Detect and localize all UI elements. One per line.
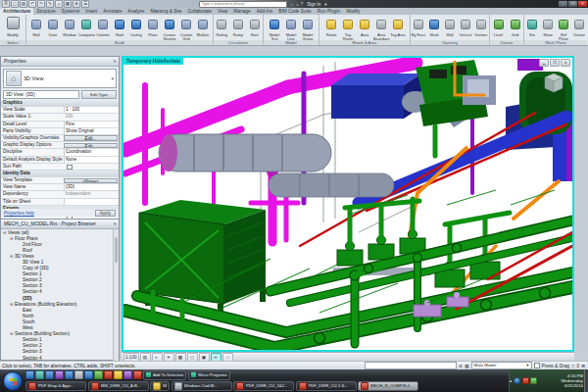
heat-exchanger[interactable] xyxy=(159,134,394,197)
ribbon-button[interactable]: Grid xyxy=(507,16,523,41)
property-value[interactable]: Fine xyxy=(64,122,119,127)
project-browser-close-icon[interactable]: ✕ xyxy=(113,220,117,228)
quick-launch-icon[interactable] xyxy=(104,370,113,379)
quick-launch-icon[interactable] xyxy=(25,370,34,379)
ribbon-button[interactable]: Curtain Grid xyxy=(178,16,195,41)
qat-icon[interactable]: ✎ xyxy=(46,0,54,8)
type-selector[interactable]: ⌂ 3D View ▾ xyxy=(3,69,117,88)
ribbon-tab[interactable]: Annotate xyxy=(100,8,124,15)
ribbon-button[interactable]: Area Boundary xyxy=(373,16,390,41)
property-row[interactable]: Sun Path xyxy=(1,164,119,171)
ribbon-button[interactable]: Modify xyxy=(1,16,24,41)
property-value[interactable]: Show Original xyxy=(64,128,119,134)
qat-icon[interactable]: ☰ xyxy=(81,0,89,8)
property-value[interactable]: 100 xyxy=(65,114,119,120)
type-selector-arrow-icon[interactable]: ▾ xyxy=(111,75,114,81)
qat-icon[interactable]: ⚙ xyxy=(73,0,80,8)
edit-type-button[interactable]: Edit Type xyxy=(81,90,117,99)
taskbar-window-button[interactable]: PDF_DWR_CU_1&2... xyxy=(233,381,294,391)
ribbon-tab[interactable]: BIM Code Suite xyxy=(275,8,315,15)
3d-model-scene[interactable] xyxy=(123,58,572,350)
view-window-button[interactable]: ✕ xyxy=(561,59,570,67)
ribbon-button[interactable]: Area xyxy=(357,16,373,41)
ribbon-tab[interactable]: Massing & Site xyxy=(147,8,184,15)
ribbon-tab[interactable]: Systems xyxy=(59,8,82,15)
ribbon-button[interactable]: Door xyxy=(45,16,62,41)
quick-launch-icon[interactable] xyxy=(94,370,103,379)
view-window-button[interactable]: ▁ xyxy=(539,59,549,67)
design-options-icon[interactable]: ▦ xyxy=(465,364,468,368)
ribbon-button[interactable]: Stair xyxy=(246,16,263,41)
design-option-dropdown[interactable]: Main Model▾ xyxy=(471,362,532,370)
ribbon-button[interactable]: Level xyxy=(490,16,507,41)
minimize-button[interactable]: – xyxy=(559,1,567,7)
property-row[interactable]: Detail Level Fine xyxy=(1,122,119,128)
quick-launch-icon[interactable] xyxy=(35,370,44,379)
ribbon-button[interactable]: Component xyxy=(78,16,95,41)
ribbon-button[interactable]: Model Group xyxy=(300,16,317,41)
property-row[interactable]: View Name {3D} xyxy=(1,184,119,191)
property-row[interactable]: View Scale 1 : 100 xyxy=(1,107,119,114)
ribbon-tab[interactable]: Modify xyxy=(343,8,363,15)
ribbon-tab[interactable]: Insert xyxy=(82,8,100,15)
property-row[interactable]: Graphics xyxy=(1,100,119,107)
infocenter-search-input[interactable] xyxy=(199,1,287,8)
ribbon-tab[interactable]: Collaborate xyxy=(184,8,215,15)
property-value[interactable]: None xyxy=(64,157,119,163)
ribbon-tab[interactable]: Architecture xyxy=(0,8,33,15)
property-value[interactable] xyxy=(64,199,119,205)
ribbon-tab[interactable]: Add-Ins xyxy=(254,8,276,15)
temporary-hide-isolate-badge[interactable]: Temporary Hide/Isolate xyxy=(123,58,183,65)
chiller-unit[interactable] xyxy=(416,60,488,156)
ribbon-tab[interactable]: Manage xyxy=(230,8,253,15)
quick-launch-icon[interactable] xyxy=(133,370,142,379)
show-desktop-button[interactable] xyxy=(584,369,588,392)
ribbon-tab[interactable]: Analyze xyxy=(124,8,147,15)
property-value[interactable]: Coordination xyxy=(64,149,119,155)
tray-icon[interactable] xyxy=(514,377,520,384)
infocenter-icon[interactable]: ? xyxy=(301,2,304,7)
qat-icon[interactable]: ⌂ xyxy=(55,0,63,8)
taskbar-toolbar-button[interactable]: Add To Selection xyxy=(143,370,186,380)
property-row[interactable]: Scale Value 1: 100 xyxy=(1,114,119,121)
ribbon-tab[interactable]: Structure xyxy=(33,8,58,15)
property-value[interactable]: Independent xyxy=(65,191,119,197)
quick-launch-icon[interactable] xyxy=(84,370,93,379)
ribbon-button[interactable]: Dormer xyxy=(473,16,489,41)
property-row[interactable]: Title on Sheet xyxy=(1,199,119,206)
qat-icon[interactable]: ▢ xyxy=(11,0,19,8)
ribbon-button[interactable]: Roof xyxy=(112,16,128,41)
taskbar-window-button[interactable]: MW_DWR_CU_A.B... xyxy=(88,381,149,391)
tray-icon[interactable] xyxy=(522,377,529,384)
property-value[interactable]: Edit... xyxy=(64,143,118,148)
ribbon-button[interactable]: Viewer xyxy=(571,16,587,41)
infocenter-icon[interactable]: ☆ xyxy=(290,2,294,7)
qat-icon[interactable]: ↷ xyxy=(37,0,45,8)
ribbon-button[interactable]: Vertical xyxy=(458,16,473,41)
property-row[interactable]: Identity Data xyxy=(1,171,119,177)
taskbar-window-button[interactable]: Windows Cad-M... xyxy=(172,381,232,391)
taskbar-window-button[interactable]: PDF_DWR_CU-1.S... xyxy=(296,381,357,391)
property-row[interactable]: Visibility/Graphics Overrides Edit... xyxy=(1,135,119,142)
apply-button[interactable]: Apply xyxy=(95,210,117,217)
ribbon-tab[interactable]: Run Plugin xyxy=(315,8,343,15)
ribbon-button[interactable]: Mullion xyxy=(195,16,212,41)
ribbon-button[interactable]: Window xyxy=(62,16,78,41)
property-row[interactable]: Default Analysis Display Style None xyxy=(1,157,119,164)
property-row[interactable]: Discipline Coordination xyxy=(1,149,119,156)
filter-grid-icon[interactable]: ⊞ xyxy=(581,364,585,368)
browser-scrollbar[interactable] xyxy=(113,229,119,361)
quick-launch-icon[interactable] xyxy=(74,370,83,379)
tray-clock[interactable]: 4:16 PM Wednesday 6/25/2014 xyxy=(561,373,583,389)
press-drag-checkbox[interactable] xyxy=(534,363,540,368)
property-value[interactable] xyxy=(65,100,119,106)
sign-in-arrow-icon[interactable]: ▾ xyxy=(324,2,326,7)
ribbon-button[interactable]: Floor xyxy=(145,16,162,41)
drawing-area-3d-view[interactable]: Temporary Hide/Isolate ▁❐✕ xyxy=(122,56,574,352)
property-value[interactable] xyxy=(65,171,119,176)
filter-icon[interactable]: ▽ xyxy=(571,364,575,368)
ribbon-button[interactable]: Railing xyxy=(214,16,230,41)
tray-chevron-icon[interactable]: ▴ xyxy=(510,378,512,383)
ribbon-button[interactable]: Ref Plane xyxy=(556,16,571,41)
worksets-icon[interactable]: ⚙ xyxy=(459,364,463,368)
